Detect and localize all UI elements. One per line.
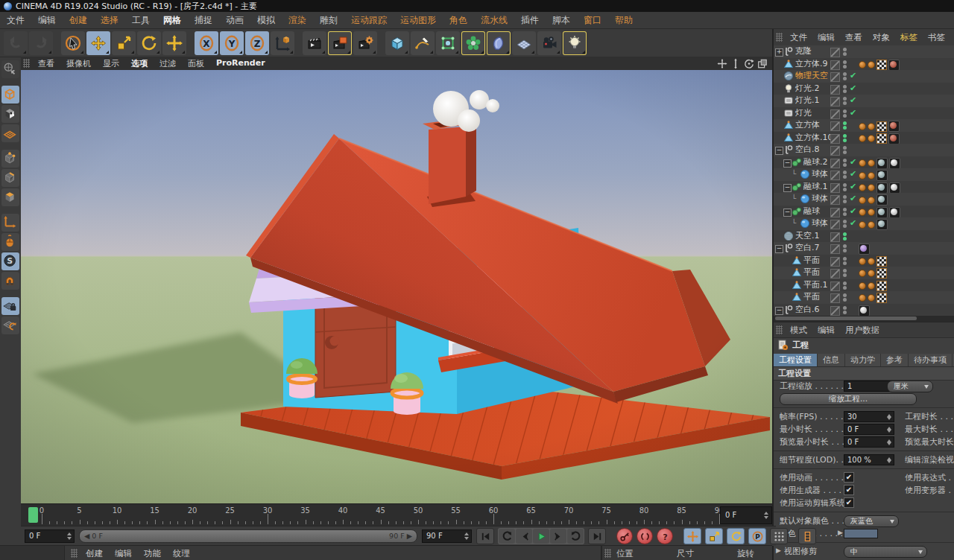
render-dot[interactable] [843, 237, 847, 241]
object-row[interactable]: −空白.6 [774, 304, 954, 316]
axis-z-button[interactable]: Z [245, 31, 269, 55]
enabled-check-icon[interactable]: ✔ [850, 107, 856, 119]
material-manager-menu-item[interactable]: 创建 [80, 548, 109, 559]
value-spinner[interactable]: 30 [844, 411, 894, 422]
coord-system-button[interactable] [271, 31, 294, 55]
visibility-dots[interactable] [843, 146, 847, 154]
visibility-dots[interactable] [843, 208, 847, 216]
timeline-ruler[interactable]: 0510152025303540455055606570758085900 F [21, 503, 772, 526]
tag-dot-icon[interactable] [859, 159, 866, 167]
workplane-rotate-button[interactable] [1, 316, 19, 334]
current-frame-field[interactable]: 0 F [25, 529, 75, 543]
layer-toggle[interactable] [830, 121, 840, 131]
texture-mode-button[interactable] [1, 105, 19, 123]
menu-item[interactable]: 动画 [219, 14, 250, 27]
editor-dot[interactable] [843, 220, 847, 223]
object-manager-menu-item[interactable]: 书签 [923, 32, 950, 43]
menu-item[interactable]: 工具 [125, 14, 157, 27]
uvw-tag-icon[interactable] [876, 268, 887, 279]
object-manager-hscrollbar[interactable] [774, 316, 954, 322]
uvw-tag-icon[interactable] [876, 60, 887, 70]
render-dot[interactable] [843, 249, 847, 252]
material-manager-menu-item[interactable]: 编辑 [109, 548, 138, 559]
editor-dot[interactable] [843, 60, 847, 64]
editor-dot[interactable] [843, 208, 847, 211]
uvw-tag-icon[interactable] [876, 256, 887, 267]
object-row[interactable]: −空白.8 [774, 144, 954, 156]
tag-dot-icon[interactable] [859, 172, 866, 179]
object-row[interactable]: 物理天空✔ [774, 70, 954, 83]
enabled-check-icon[interactable]: ✔ [850, 83, 856, 95]
menu-item[interactable]: 帮助 [608, 14, 639, 27]
render-dot[interactable] [843, 286, 847, 290]
tweak-mode-button[interactable] [1, 233, 19, 251]
material-tag-icon[interactable] [859, 305, 870, 316]
editor-dot[interactable] [843, 97, 847, 101]
render-dot[interactable] [843, 212, 847, 216]
render-dot[interactable] [843, 89, 847, 93]
material-tag-icon[interactable] [889, 158, 900, 169]
object-row[interactable]: 平面.1 [774, 279, 954, 292]
menu-item[interactable]: 选择 [94, 14, 125, 27]
layer-toggle[interactable] [830, 109, 840, 119]
primitive-cube-button[interactable] [385, 31, 409, 55]
tag-dot-icon[interactable] [868, 123, 875, 130]
editor-dot[interactable] [843, 159, 847, 162]
enabled-check-icon[interactable]: ✔ [850, 206, 856, 217]
enabled-check-icon[interactable]: ✔ [850, 168, 856, 180]
object-row[interactable]: −融球.1✔ [774, 181, 954, 194]
object-name[interactable]: 灯光.2 [795, 83, 820, 95]
viewport-canvas[interactable] [21, 70, 772, 503]
layer-toggle[interactable] [830, 195, 840, 205]
layer-toggle[interactable] [830, 60, 840, 70]
editor-dot[interactable] [843, 257, 847, 261]
render-dot[interactable] [843, 200, 847, 203]
material-tag-icon[interactable] [888, 121, 900, 132]
axis-mode-button[interactable] [1, 214, 19, 232]
tag-dot-icon[interactable] [868, 135, 875, 142]
record-question-button[interactable]: ? [657, 528, 673, 544]
expand-toggle-icon[interactable]: − [783, 159, 792, 168]
render-dot[interactable] [843, 150, 847, 154]
visibility-dots[interactable] [843, 134, 847, 142]
tag-dot-icon[interactable] [868, 172, 875, 179]
object-name[interactable]: 克隆 [795, 45, 812, 57]
material-manager-menu-item[interactable]: 纹理 [167, 548, 196, 559]
object-row[interactable]: 立方体.10 [774, 132, 954, 144]
layer-toggle[interactable] [830, 48, 840, 57]
layer-toggle[interactable] [830, 72, 840, 82]
tag-dot-icon[interactable] [859, 209, 866, 216]
tag-dot-icon[interactable] [859, 221, 866, 229]
current-frame-marker[interactable] [28, 507, 38, 523]
viewport-menu-item[interactable]: 过滤 [154, 58, 182, 69]
menu-item[interactable]: 角色 [443, 14, 474, 27]
visibility-dots[interactable] [843, 306, 847, 314]
material-tag-icon[interactable] [888, 133, 900, 144]
object-manager-menu-item[interactable]: 编辑 [812, 32, 840, 43]
menu-item[interactable]: 运动图形 [394, 14, 443, 27]
viewport-menu-item[interactable]: 查看 [32, 58, 60, 69]
material-tag-icon[interactable] [876, 158, 888, 169]
attribute-manager-menu-item[interactable]: 用户数据 [840, 325, 885, 336]
attribute-manager-menu-item[interactable]: 模式 [785, 325, 812, 336]
tag-dot-icon[interactable] [868, 209, 875, 216]
editor-dot[interactable] [843, 281, 847, 285]
object-name[interactable]: 平面.1 [803, 279, 828, 291]
visibility-dots[interactable] [843, 159, 847, 167]
rotate-tool-button[interactable] [137, 31, 161, 55]
menu-item[interactable]: 流水线 [474, 14, 514, 27]
layer-toggle[interactable] [830, 220, 840, 229]
step-backward-button[interactable] [516, 529, 532, 544]
visibility-dots[interactable] [843, 72, 847, 80]
editor-dot[interactable] [843, 72, 847, 76]
material-tag-icon[interactable] [889, 182, 900, 194]
layer-toggle[interactable] [830, 159, 840, 168]
key-rotate-button[interactable] [727, 528, 745, 544]
render-view-button[interactable] [303, 31, 326, 55]
timeline-window-button[interactable] [798, 528, 816, 544]
visibility-dots[interactable] [843, 195, 847, 203]
visibility-dots[interactable] [843, 220, 847, 228]
play-forward-button[interactable] [533, 529, 549, 544]
tag-dot-icon[interactable] [868, 270, 875, 277]
render-dot[interactable] [843, 311, 847, 314]
